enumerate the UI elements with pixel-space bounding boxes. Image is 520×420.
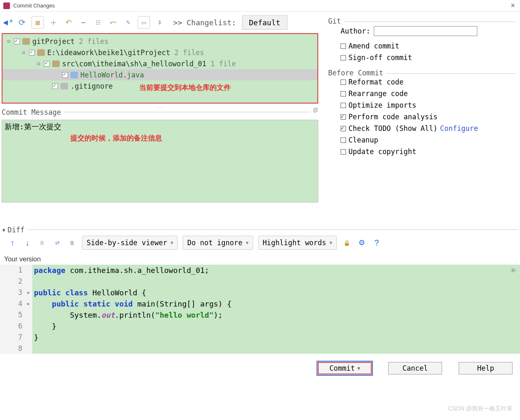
edit-icon[interactable]: 🗎 <box>67 238 77 248</box>
folder-icon <box>22 38 30 45</box>
cancel-button[interactable]: Cancel <box>388 362 442 374</box>
inspection-icon[interactable]: 👁 <box>510 267 517 275</box>
tree-path[interactable]: ⊟ E:\ideawork\beike1\gitProject 2 files <box>2 47 317 58</box>
checkbox[interactable] <box>52 83 58 89</box>
expand-icon[interactable]: ▭ <box>138 16 150 29</box>
diff-icon[interactable]: ▦ <box>31 16 44 29</box>
close-icon[interactable]: × <box>509 1 517 10</box>
commit-message-legend: Commit Message <box>2 108 63 116</box>
next-diff-icon[interactable]: ↓ <box>22 238 32 248</box>
help-icon[interactable]: ? <box>372 238 382 248</box>
jump-source-icon[interactable]: ⎘ <box>37 238 47 248</box>
compare-icon[interactable]: ⇄ <box>52 238 62 248</box>
changelist-icon[interactable]: ✎ <box>123 17 133 28</box>
amend-commit-checkbox[interactable]: Amend commit <box>341 42 516 50</box>
refresh-icon[interactable]: ⟳ <box>17 17 27 28</box>
commit-toolbar: ◄* ⟳ ▦ ＋ ↶ － ☷ ⤺ ✎ ▭ ⇕ >> Changelist: De… <box>0 12 320 33</box>
checkbox[interactable] <box>62 72 68 78</box>
before-commit-section: Before Commit <box>328 69 387 77</box>
tree-root[interactable]: ⊟ gitProject 2 files <box>2 36 317 47</box>
signoff-commit-checkbox[interactable]: Sign-off commit <box>341 53 516 62</box>
annotation-msg: 提交的时候，添加的备注信息 <box>70 133 162 143</box>
todo-checkbox[interactable]: Check TODO (Show All)Configure <box>341 124 516 133</box>
text-file-icon <box>60 83 68 89</box>
git-section: Git <box>328 17 344 25</box>
diff-editor[interactable]: 12345678 ▸▸ package com.itheima.sh.a_hel… <box>0 265 520 354</box>
code-content: package com.itheima.sh.a_helloworld_01; … <box>32 265 520 354</box>
folder-icon <box>37 49 45 56</box>
reformat-checkbox[interactable]: Reformat code <box>341 78 516 86</box>
dialog-buttons: Commit▼ Cancel Help <box>0 354 520 377</box>
group-icon[interactable]: ☷ <box>93 17 104 28</box>
rearrange-checkbox[interactable]: Rearrange code <box>341 89 516 98</box>
highlight-select[interactable]: Highlight words▼ <box>258 236 337 250</box>
history-icon[interactable]: 🗐 <box>310 107 318 113</box>
configure-link[interactable]: Configure <box>440 124 478 133</box>
copyright-checkbox[interactable]: Update copyright <box>341 147 516 156</box>
checkbox[interactable] <box>14 39 20 44</box>
checkbox[interactable] <box>29 50 35 56</box>
author-label: Author: <box>341 27 370 35</box>
line-gutter: 12345678 <box>0 265 25 354</box>
checkbox[interactable] <box>44 61 50 67</box>
commit-message-input[interactable]: 新增:第一次提交 提交的时候，添加的备注信息 <box>2 120 318 203</box>
watermark: CSDN @我有一株五叶草 <box>448 405 513 413</box>
ignore-select[interactable]: Do not ignore▼ <box>183 236 253 250</box>
titlebar: Commit Changes × <box>0 0 520 12</box>
window-title: Commit Changes <box>13 2 509 9</box>
annotation-tree: 当前要提交到本地仓库的文件 <box>139 83 231 92</box>
version-label: Your version <box>0 254 520 265</box>
help-button[interactable]: Help <box>459 362 513 374</box>
folder-icon <box>52 60 60 67</box>
add-icon[interactable]: ＋ <box>48 17 59 28</box>
diff-section[interactable]: ▾Diff <box>2 226 27 234</box>
fold-gutter[interactable]: ▸▸ <box>25 265 32 354</box>
changelist-select[interactable]: Default <box>242 15 288 30</box>
collapse-icon[interactable]: ⇕ <box>154 17 165 28</box>
commit-button[interactable]: Commit▼ <box>318 362 372 374</box>
options-panel: Git Author: Amend commit Sign-off commit… <box>320 12 520 227</box>
prev-diff-icon[interactable]: ↑ <box>7 238 17 248</box>
gear-icon[interactable]: ⚙ <box>357 238 367 248</box>
move-left-icon[interactable]: ◄* <box>2 17 12 28</box>
cleanup-checkbox[interactable]: Cleanup <box>341 136 516 144</box>
lock-icon[interactable]: 🔒 <box>342 238 352 248</box>
analysis-checkbox[interactable]: Perform code analysis <box>341 113 516 121</box>
revert-icon[interactable]: ↶ <box>63 17 74 28</box>
remove-icon[interactable]: － <box>78 17 89 28</box>
changelist-label: >> Changelist: <box>173 18 236 27</box>
diff-toolbar: ↑ ↓ ⎘ ⇄ 🗎 Side-by-side viewer▼ Do not ig… <box>0 230 520 254</box>
tree-src[interactable]: ⊟ src\com\itheima\sh\a_helloworld_01 1 f… <box>2 58 317 69</box>
files-tree: ⊟ gitProject 2 files ⊟ E:\ideawork\beike… <box>2 33 318 104</box>
rollback-icon[interactable]: ⤺ <box>108 17 119 28</box>
java-file-icon <box>70 72 78 78</box>
optimize-checkbox[interactable]: Optimize imports <box>341 101 516 109</box>
view-mode-select[interactable]: Side-by-side viewer▼ <box>82 236 178 250</box>
app-icon <box>3 2 10 9</box>
tree-file-java[interactable]: HelloWorld.java <box>2 69 317 80</box>
author-input[interactable] <box>374 26 477 36</box>
